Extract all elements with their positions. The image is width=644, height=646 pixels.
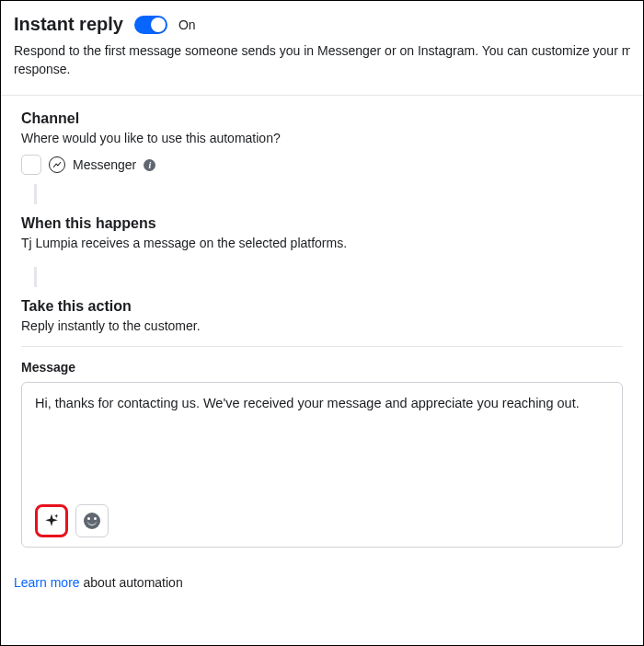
action-subtitle: Reply instantly to the customer. bbox=[21, 318, 623, 333]
channel-title: Channel bbox=[21, 110, 623, 127]
messenger-checkbox[interactable] bbox=[21, 155, 41, 175]
instant-reply-toggle[interactable] bbox=[134, 16, 167, 34]
footer: Learn more about automation bbox=[1, 557, 643, 603]
learn-more-link[interactable]: Learn more bbox=[14, 575, 80, 590]
connector bbox=[34, 184, 37, 204]
channel-subtitle: Where would you like to use this automat… bbox=[21, 131, 623, 145]
toggle-state-label: On bbox=[178, 17, 196, 32]
connector bbox=[34, 267, 37, 287]
toggle-knob bbox=[151, 17, 166, 32]
emoji-button[interactable] bbox=[75, 504, 109, 537]
header-description-line2: response. bbox=[14, 61, 630, 79]
message-label: Message bbox=[21, 360, 623, 375]
emoji-icon bbox=[84, 513, 100, 529]
action-title: Take this action bbox=[21, 298, 623, 315]
header-description-line1: Respond to the first message someone sen… bbox=[14, 42, 630, 61]
message-textarea[interactable]: Hi, thanks for contacting us. We've rece… bbox=[35, 394, 609, 412]
info-icon[interactable]: i bbox=[144, 159, 155, 171]
sparkle-icon bbox=[43, 513, 60, 529]
message-box: Hi, thanks for contacting us. We've rece… bbox=[21, 382, 623, 548]
when-title: When this happens bbox=[21, 215, 623, 232]
when-subtitle: Tj Lumpia receives a message on the sele… bbox=[21, 236, 623, 250]
personalize-button[interactable] bbox=[35, 504, 68, 537]
channel-option-label: Messenger bbox=[73, 157, 136, 172]
messenger-icon bbox=[49, 156, 65, 173]
divider bbox=[21, 346, 623, 347]
footer-text: about automation bbox=[80, 575, 183, 590]
page-title: Instant reply bbox=[14, 14, 123, 35]
